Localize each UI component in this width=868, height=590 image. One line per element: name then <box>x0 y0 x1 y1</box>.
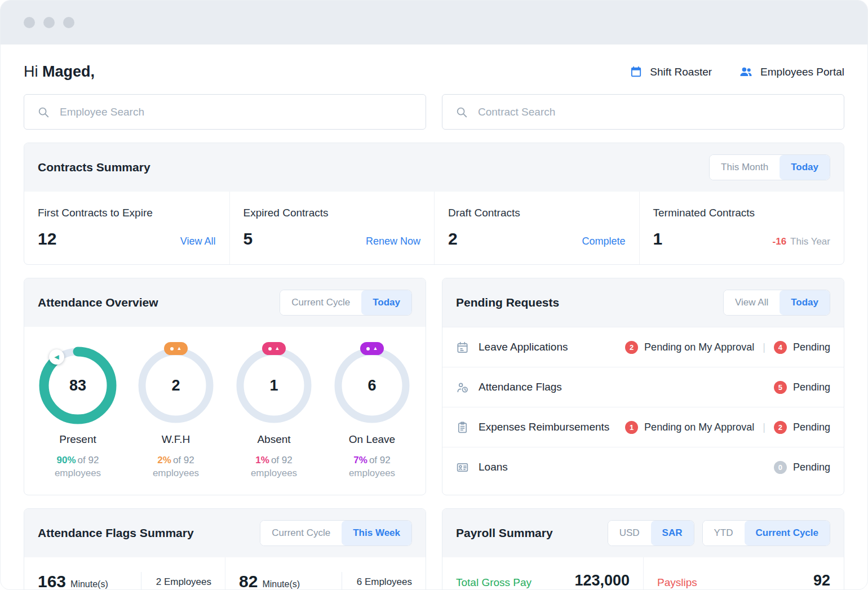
view-all-link[interactable]: View All <box>180 236 216 247</box>
toggle-this-week[interactable]: This Week <box>342 521 411 545</box>
stat-employees: 6 Employees <box>342 572 412 590</box>
toggle-current-cycle[interactable]: Current Cycle <box>260 521 342 545</box>
ring-label: Absent <box>225 433 323 446</box>
attendance-flags-summary-card: Attendance Flags Summary Current Cycle T… <box>24 508 426 590</box>
contract-stat-expired: Expired Contracts 5 Renew Now <box>229 192 435 264</box>
complete-link[interactable]: Complete <box>582 236 625 247</box>
employee-search[interactable] <box>24 94 426 130</box>
pending-status-text: Pending on My Approval <box>644 341 754 353</box>
page-greeting: Hi Maged, <box>24 63 95 81</box>
attendance-flags-summary-header: Attendance Flags Summary Current Cycle T… <box>24 509 426 557</box>
contract-stat-value: 12 <box>38 230 56 247</box>
toggle-today[interactable]: Today <box>780 290 830 315</box>
contract-stat-terminated: Terminated Contracts 1 -16 This Year <box>639 192 844 264</box>
leave-calendar-icon <box>456 341 469 354</box>
ring-percent: 1%of 92 <box>225 455 323 466</box>
toggle-current-cycle[interactable]: Current Cycle <box>745 521 830 545</box>
search-icon <box>455 106 468 118</box>
employees-portal-link[interactable]: Employees Portal <box>739 65 844 79</box>
attendance-overview-header: Attendance Overview Current Cycle Today <box>24 278 426 327</box>
toggle-this-month[interactable]: This Month <box>710 155 780 180</box>
total-late-stat: 163 Minute(s) Total Late 2 Employees <box>24 557 225 590</box>
ring-value: 1 <box>234 346 313 425</box>
wfh-badge-icon: ▲ <box>164 342 188 355</box>
attendance-overview-card: Attendance Overview Current Cycle Today <box>24 278 426 495</box>
pending-requests-card: Pending Requests View All Today Leave Ap… <box>442 278 844 495</box>
pending-row-expenses-reimbursements[interactable]: Expenses Reimbursements 1 Pending on My … <box>442 407 844 447</box>
attendance-ring-absent: 1 ▲ Absent 1%of 92 employees <box>225 346 323 479</box>
absent-badge-icon: ▲ <box>262 342 286 355</box>
pending-status-text: Pending <box>793 422 830 433</box>
middle-row: Attendance Overview Current Cycle Today <box>24 265 844 495</box>
greeting-name: Maged, <box>42 63 95 80</box>
count-badge: 5 <box>774 381 787 394</box>
toggle-ytd[interactable]: YTD <box>703 521 745 545</box>
ring-label: On Leave <box>323 433 421 446</box>
contract-stat-value: 1 <box>653 230 663 247</box>
contract-search-input[interactable] <box>478 106 831 118</box>
attendance-ring-wfh: 2 ▲ W.F.H 2%of 92 employees <box>127 346 225 479</box>
ring-percent: 7%of 92 <box>323 455 421 466</box>
pending-requests-title: Pending Requests <box>456 296 559 309</box>
window-control-dot[interactable] <box>43 17 55 28</box>
contracts-summary-body: First Contracts to Expire 12 View All Ex… <box>24 192 844 264</box>
pending-row-attendance-flags[interactable]: Attendance Flags 5 Pending <box>442 367 844 407</box>
ring-sub: employees <box>127 468 225 479</box>
attendance-ring-on-leave: 6 ▲ On Leave 7%of 92 employees <box>323 346 421 479</box>
count-badge: 1 <box>625 421 638 434</box>
loans-card-icon <box>456 461 469 474</box>
window-control-dot[interactable] <box>24 17 35 28</box>
stat-value: 163 <box>38 572 66 590</box>
separator: | <box>763 422 765 433</box>
pending-row-loans[interactable]: Loans 0 Pending <box>442 447 844 487</box>
count-badge: 0 <box>774 461 787 474</box>
pending-row-label: Loans <box>479 461 508 473</box>
attendance-overview-title: Attendance Overview <box>38 296 158 309</box>
payroll-currency-toggle: USD SAR <box>608 520 694 546</box>
contract-stat-value: 2 <box>448 230 458 247</box>
pending-row-label: Attendance Flags <box>479 381 562 393</box>
payroll-stat-value: 92 <box>813 572 830 589</box>
count-badge: 2 <box>625 341 638 354</box>
payroll-stat-label: Payslips <box>657 576 697 589</box>
contracts-summary-title: Contracts Summary <box>38 161 150 174</box>
toggle-today[interactable]: Today <box>780 155 830 180</box>
payroll-summary-card: Payroll Summary USD SAR YTD Current Cycl… <box>442 508 844 590</box>
attendance-period-toggle: Current Cycle Today <box>280 290 412 316</box>
stat-value: 82 <box>239 572 258 590</box>
toggle-view-all[interactable]: View All <box>724 290 780 315</box>
total-early-leave-stat: 82 Minute(s) Total Early Leave 6 Employe… <box>225 557 426 590</box>
attendance-ring-present: 83 ◀ Present 90%of 92 employees <box>29 346 127 479</box>
contracts-period-toggle: This Month Today <box>709 154 830 180</box>
dashboard-content: Hi Maged, Shift Roaster Employees Portal <box>1 63 867 590</box>
greeting-prefix: Hi <box>24 63 38 80</box>
page-header: Hi Maged, Shift Roaster Employees Portal <box>24 63 844 81</box>
ring-value: 6 <box>333 346 411 425</box>
contract-search[interactable] <box>442 94 844 130</box>
ring-label: Present <box>29 433 127 446</box>
payroll-stat-label: Total Gross Pay <box>456 576 532 589</box>
ring-percent: 90%of 92 <box>29 455 127 466</box>
toggle-current-cycle[interactable]: Current Cycle <box>280 290 361 315</box>
toggle-today[interactable]: Today <box>361 290 411 315</box>
window-control-dot[interactable] <box>63 17 74 28</box>
shift-roster-label: Shift Roaster <box>650 66 712 78</box>
employee-search-input[interactable] <box>60 106 413 118</box>
renew-now-link[interactable]: Renew Now <box>366 236 420 247</box>
contract-stat-label: Terminated Contracts <box>653 207 831 219</box>
stat-unit: Minute(s) <box>262 579 300 589</box>
contract-stat-label: Draft Contracts <box>448 207 626 219</box>
search-icon <box>37 106 50 118</box>
shift-roster-link[interactable]: Shift Roaster <box>630 65 712 78</box>
ring-sub: employees <box>29 468 127 479</box>
contract-stat-label: First Contracts to Expire <box>38 207 216 219</box>
contract-stat-label: Expired Contracts <box>243 207 421 219</box>
pending-row-label: Leave Applications <box>479 341 568 353</box>
pending-requests-header: Pending Requests View All Today <box>442 278 844 327</box>
toggle-sar[interactable]: SAR <box>651 521 694 545</box>
terminated-delta: -16 This Year <box>773 236 830 247</box>
attendance-rings: 83 ◀ Present 90%of 92 employees <box>24 327 426 495</box>
toggle-usd[interactable]: USD <box>608 521 651 545</box>
pending-row-leave-applications[interactable]: Leave Applications 2 Pending on My Appro… <box>442 327 844 367</box>
pending-status-text: Pending <box>793 462 830 473</box>
